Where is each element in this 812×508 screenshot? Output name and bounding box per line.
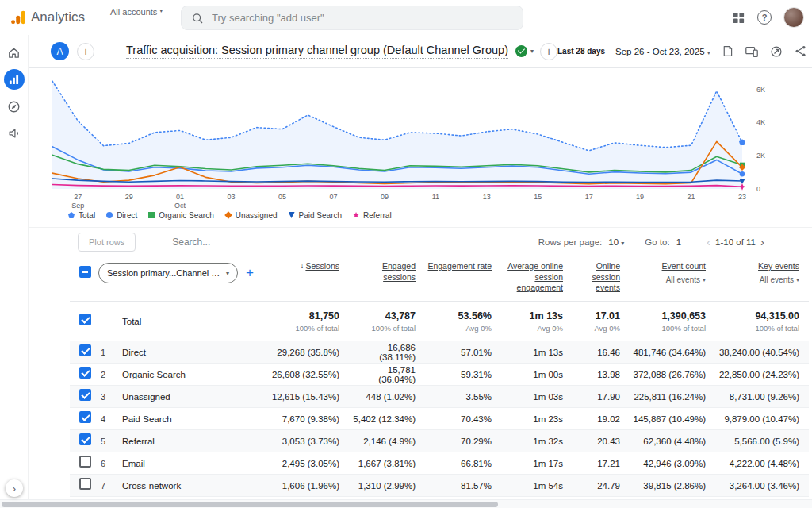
report-title[interactable]: Traffic acquisition: Session primary cha… <box>126 44 508 59</box>
column-header-sessions[interactable]: ↓Sessions <box>270 261 349 301</box>
row-index: 6 <box>98 459 122 468</box>
user-avatar[interactable] <box>783 7 804 28</box>
chevron-down-icon: ▾ <box>226 270 229 277</box>
column-header-key-events[interactable]: Key events All events▾ <box>715 261 809 284</box>
total-session-events: 17.01Avg 0% <box>573 310 630 333</box>
select-all-checkbox[interactable] <box>79 266 91 278</box>
chevron-down-icon: ▾ <box>703 276 706 283</box>
report-header-actions: Last 28 days Sep 26 - Oct 23, 2025 ▾ <box>557 44 812 59</box>
help-icon[interactable]: ? <box>757 10 772 25</box>
global-search[interactable] <box>181 6 523 30</box>
plot-rows-button[interactable]: Plot rows <box>78 233 136 252</box>
table-row[interactable]: 7 Cross-network 1,606 (1.96%) 1,310 (2.9… <box>70 475 809 497</box>
nav-home[interactable] <box>4 42 25 63</box>
total-key-events: 94,315.00100% of total <box>715 310 809 333</box>
previous-page-icon[interactable]: ‹ <box>702 235 715 248</box>
average-engagement-value: 1m 00s <box>501 370 573 379</box>
next-page-icon[interactable]: › <box>756 235 769 248</box>
legend-item-referral[interactable]: Referral <box>353 211 392 220</box>
table-search-input[interactable] <box>172 237 299 248</box>
dimension-selector[interactable]: Session primary...Channel Group) ▾ <box>98 263 238 283</box>
share-icon[interactable] <box>794 44 807 58</box>
event-count-value: 145,867 (10.49%) <box>630 414 715 424</box>
table-row[interactable]: 3 Unassigned 12,615 (15.43%) 448 (1.02%)… <box>70 386 809 408</box>
engaged-sessions-value: 1,310 (2.99%) <box>349 481 425 491</box>
add-dimension-button[interactable]: + <box>246 265 254 281</box>
sessions-value: 3,053 (3.73%) <box>270 430 349 452</box>
horizontal-scrollbar[interactable] <box>0 499 812 508</box>
column-header-engagement-rate[interactable]: Engagement rate <box>425 261 501 272</box>
svg-text:29: 29 <box>125 193 133 201</box>
rows-per-page-select[interactable]: 10 ▾ <box>608 237 624 247</box>
total-event-count: 1,390,653100% of total <box>630 310 715 333</box>
row-checkbox[interactable] <box>79 344 91 356</box>
row-checkbox[interactable] <box>79 389 91 401</box>
analytics-logo[interactable]: Analytics <box>0 9 85 26</box>
legend-item-total[interactable]: Total <box>68 211 95 220</box>
row-checkbox[interactable] <box>79 367 91 379</box>
legend-item-paid-search[interactable]: Paid Search <box>289 211 342 220</box>
total-row-checkbox[interactable] <box>79 314 91 325</box>
column-header-event-count[interactable]: Event count All events▾ <box>630 261 715 284</box>
row-checkbox[interactable] <box>79 456 91 468</box>
row-checkbox[interactable] <box>79 433 91 445</box>
column-header-average-engagement[interactable]: Average online session engagement <box>501 261 573 294</box>
table-row[interactable]: 4 Paid Search 7,670 (9.38%) 5,402 (12.34… <box>70 408 809 430</box>
reports-icon <box>9 75 19 85</box>
svg-text:Oct: Oct <box>174 202 186 210</box>
horizontal-scrollbar-thumb[interactable] <box>2 502 498 507</box>
row-checkbox[interactable] <box>79 411 91 423</box>
svg-text:03: 03 <box>228 193 236 201</box>
date-range-picker[interactable]: Sep 26 - Oct 23, 2025 ▾ <box>615 47 710 56</box>
channel-name: Unassigned <box>122 392 270 402</box>
table-row[interactable]: 1 Direct 29,268 (35.8%) 16,686 (38.11%) … <box>70 341 809 364</box>
average-engagement-value: 1m 13s <box>501 348 573 357</box>
circle-marker-icon <box>106 212 113 218</box>
account-switcher[interactable]: All accounts ▾ <box>110 0 163 17</box>
event-count-filter[interactable]: All events▾ <box>666 275 706 284</box>
engaged-sessions-value: 448 (1.02%) <box>349 392 425 402</box>
apps-grid-icon[interactable] <box>732 11 745 25</box>
insights-icon[interactable] <box>769 44 783 59</box>
legend-item-organic-search[interactable]: Organic Search <box>148 211 213 220</box>
session-events-value: 17.21 <box>573 459 630 468</box>
column-header-engaged-sessions[interactable]: Engaged sessions <box>349 261 425 283</box>
go-to-page-input[interactable]: 1 <box>676 237 681 247</box>
channel-name: Direct <box>122 348 270 357</box>
legend-item-unassigned[interactable]: Unassigned <box>225 211 278 220</box>
table-row[interactable]: 6 Email 2,495 (3.05%) 1,667 (3.81%) 66.8… <box>70 452 809 475</box>
row-index: 7 <box>98 481 122 491</box>
explore-icon <box>6 99 21 114</box>
add-comparison-button[interactable]: + <box>77 43 94 60</box>
key-events-value: 9,879.00 (10.47%) <box>715 414 809 424</box>
global-search-input[interactable] <box>212 12 513 24</box>
chevron-down-icon: ▾ <box>621 240 624 247</box>
device-comparison-icon[interactable] <box>745 44 759 59</box>
nav-explore[interactable] <box>4 96 25 117</box>
channels-table: Session primary...Channel Group) ▾ + ↓Se… <box>70 256 809 497</box>
report-owner-badge[interactable]: A <box>51 42 69 60</box>
engagement-rate-value: 3.55% <box>425 392 501 402</box>
star-marker-icon <box>353 212 359 218</box>
expand-nav-button[interactable]: › <box>6 479 23 497</box>
saved-check-icon[interactable] <box>515 45 527 57</box>
svg-text:23: 23 <box>738 193 746 201</box>
svg-text:17: 17 <box>585 193 593 201</box>
key-events-filter[interactable]: All events▾ <box>760 275 799 284</box>
sessions-over-time-chart[interactable]: 02K4K6K27Sep2901Oct030507091113151719212… <box>29 70 793 211</box>
analytics-app: Analytics All accounts ▾ ? <box>0 0 812 508</box>
legend-item-direct[interactable]: Direct <box>106 211 137 220</box>
table-row[interactable]: 2 Organic Search 26,608 (32.55%) 15,781 … <box>70 364 809 386</box>
column-header-session-events[interactable]: Online session events <box>573 261 630 294</box>
nav-advertising[interactable] <box>4 123 25 144</box>
row-checkbox[interactable] <box>79 478 91 490</box>
table-body: 1 Direct 29,268 (35.8%) 16,686 (38.11%) … <box>70 341 809 497</box>
average-engagement-value: 1m 03s <box>501 392 573 402</box>
add-report-button[interactable]: + <box>540 43 557 60</box>
table-row[interactable]: 5 Referral 3,053 (3.73%) 2,146 (4.9%) 70… <box>70 430 809 452</box>
nav-reports[interactable] <box>4 69 25 90</box>
home-icon <box>6 45 21 60</box>
chevron-down-icon[interactable]: ▾ <box>530 48 534 55</box>
row-index: 2 <box>98 370 122 379</box>
notes-icon[interactable] <box>721 44 734 58</box>
